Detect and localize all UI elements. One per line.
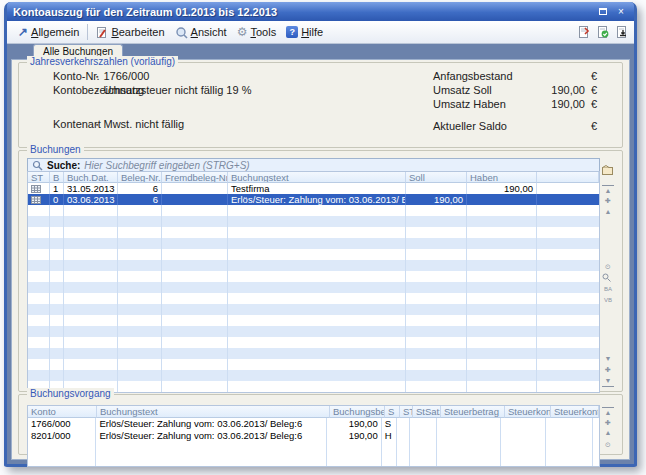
transaction-group-title: Buchungsvorgang xyxy=(27,388,114,399)
table-empty-row[interactable] xyxy=(28,454,599,466)
table-cell-beleg xyxy=(118,216,162,227)
menu-bearbeiten[interactable]: Bearbeiten xyxy=(91,24,169,41)
column-header[interactable]: S xyxy=(385,406,400,418)
column-header[interactable]: Steuerbetrag xyxy=(441,406,505,418)
table-empty-row[interactable] xyxy=(28,370,599,381)
scroll-page-up-icon[interactable]: ✚ xyxy=(602,196,614,207)
close-icon[interactable]: × xyxy=(614,6,628,18)
table-row[interactable]: 003.06.20136Erlös/Steuer: Zahlung vom: 0… xyxy=(28,194,599,205)
table-cell-haben xyxy=(467,227,537,238)
table-cell-text xyxy=(228,370,406,381)
table-cell-soll xyxy=(406,304,467,315)
search-bar[interactable]: Suche: Hier Suchbegriff eingeben (STRG+S… xyxy=(27,158,600,172)
table-empty-row[interactable] xyxy=(28,348,599,359)
table-cell-date xyxy=(64,315,118,326)
column-header[interactable]: Haben xyxy=(467,172,537,183)
table-cell-stsatz xyxy=(410,430,438,442)
scroll-page-up-icon[interactable]: ✚ xyxy=(602,418,614,428)
scroll-up-icon[interactable]: ▲ xyxy=(602,428,614,438)
table-cell-soll xyxy=(406,271,467,282)
table-cell-haben xyxy=(467,337,537,348)
filter-icon[interactable]: ⊙ xyxy=(602,262,614,273)
table-empty-row[interactable] xyxy=(28,282,599,293)
scroll-last-icon[interactable]: ▼ xyxy=(602,376,614,387)
table-empty-row[interactable] xyxy=(28,381,599,392)
table-empty-row[interactable] xyxy=(28,304,599,315)
table-empty-row[interactable] xyxy=(28,315,599,326)
column-options-icon[interactable] xyxy=(602,165,614,176)
approve-document-icon[interactable] xyxy=(596,25,609,39)
table-empty-row[interactable] xyxy=(28,205,599,216)
table-cell-date xyxy=(64,260,118,271)
table-empty-row[interactable] xyxy=(28,442,599,454)
table-empty-row[interactable] xyxy=(28,337,599,348)
vb-icon[interactable]: VB xyxy=(602,295,614,306)
menu-ansicht[interactable]: Ansicht xyxy=(170,24,232,41)
column-header[interactable]: B xyxy=(50,172,64,183)
table-row[interactable]: 131.05.20136Testfirma190,00 xyxy=(28,183,599,194)
table-cell-text xyxy=(228,337,406,348)
column-header[interactable]: Beleg-Nr. xyxy=(118,172,162,183)
table-cell-spacer xyxy=(537,370,599,381)
column-header[interactable]: Buchungstext xyxy=(228,172,406,183)
table-empty-row[interactable] xyxy=(28,227,599,238)
report-document-icon[interactable] xyxy=(577,25,590,39)
bullet-icon: ▪ xyxy=(96,87,98,94)
table-cell-soll xyxy=(406,370,467,381)
column-header[interactable]: Konto xyxy=(28,406,97,418)
column-header[interactable]: Steuerkonto 1 xyxy=(505,406,551,418)
column-header[interactable]: Fremdbeleg-Nr. xyxy=(162,172,228,183)
table-cell-date xyxy=(64,282,118,293)
column-header[interactable]: Buchungsbetrag xyxy=(330,406,385,418)
table-cell-betrag xyxy=(327,454,382,466)
table-row[interactable]: 1766/000Erlös/Steuer: Zahlung vom: 03.06… xyxy=(28,418,599,430)
menu-tools[interactable]: ⚙ Tools xyxy=(232,24,281,40)
table-cell-fremdbeleg xyxy=(162,315,228,326)
table-empty-row[interactable] xyxy=(28,271,599,282)
table-empty-row[interactable] xyxy=(28,260,599,271)
menu-hilfe[interactable]: ? Hilfe xyxy=(281,24,328,40)
table-cell-st xyxy=(397,454,410,466)
column-header[interactable]: Buchungstext xyxy=(97,406,330,418)
column-header[interactable]: ST xyxy=(28,172,50,183)
scroll-first-icon[interactable]: ▲ xyxy=(602,185,614,196)
zoom-icon[interactable] xyxy=(602,273,614,284)
export-document-icon[interactable] xyxy=(615,25,628,39)
search-icon xyxy=(32,160,43,171)
column-header[interactable]: StSatz xyxy=(413,406,441,418)
column-header[interactable]: Steuerkonto 2 xyxy=(551,406,599,418)
table-empty-row[interactable] xyxy=(28,216,599,227)
table-cell-date xyxy=(64,326,118,337)
table-cell-betrag: 190,00 xyxy=(327,418,382,430)
table-empty-row[interactable] xyxy=(28,293,599,304)
table-cell-steuerbetrag xyxy=(437,442,500,454)
scroll-page-down-icon[interactable]: ✚ xyxy=(602,365,614,376)
restore-icon[interactable] xyxy=(596,6,610,18)
menu-allgemein[interactable]: ↗ Allgemein xyxy=(13,24,84,40)
table-cell-b xyxy=(50,216,64,227)
table-empty-row[interactable] xyxy=(28,238,599,249)
table-cell-konto xyxy=(28,454,96,466)
table-cell-haben xyxy=(467,249,537,260)
scroll-up-icon[interactable]: ▲ xyxy=(602,207,614,218)
column-header[interactable]: Buch.Dat. xyxy=(64,172,118,183)
table-cell-beleg: 6 xyxy=(118,194,162,205)
table-cell-steuerkonto2 xyxy=(546,442,593,454)
scroll-first-icon[interactable]: ▲ xyxy=(602,407,614,418)
transaction-nav-strip: ▲ ✚ ▲ ⊙ xyxy=(600,407,616,450)
table-cell-fremdbeleg xyxy=(162,326,228,337)
table-cell-beleg xyxy=(118,282,162,293)
column-header[interactable]: Soll xyxy=(406,172,467,183)
table-cell-beleg xyxy=(118,304,162,315)
table-empty-row[interactable] xyxy=(28,249,599,260)
table-cell-steuerbetrag xyxy=(437,430,500,442)
filter-icon[interactable]: ⊙ xyxy=(602,440,614,450)
ba-icon[interactable]: BA xyxy=(602,284,614,295)
table-empty-row[interactable] xyxy=(28,359,599,370)
table-cell-b xyxy=(50,260,64,271)
table-row[interactable]: 8201/000Erlös/Steuer: Zahlung vom: 03.06… xyxy=(28,430,599,442)
column-header[interactable] xyxy=(537,172,599,183)
table-empty-row[interactable] xyxy=(28,326,599,337)
scroll-down-icon[interactable]: ▼ xyxy=(602,354,614,365)
column-header[interactable]: ST xyxy=(400,406,413,418)
